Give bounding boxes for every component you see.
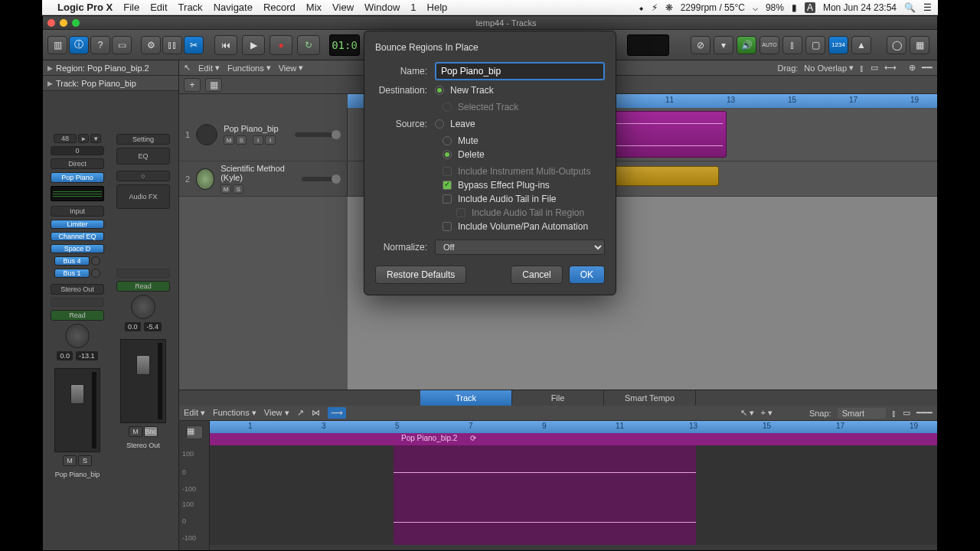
zoom-slider[interactable]: ━━━	[916, 408, 933, 418]
snap-mode[interactable]: Smart	[838, 408, 886, 419]
editor-region-bar[interactable]: Pop Piano_bip.2 ⟳	[210, 433, 937, 445]
menu-mix[interactable]: Mix	[306, 2, 322, 13]
check-volume-pan[interactable]	[443, 222, 452, 231]
ed-edit-menu[interactable]: Edit ▾	[184, 408, 205, 418]
group-slot-2[interactable]	[116, 269, 170, 278]
view-menu[interactable]: View ▾	[279, 63, 304, 73]
editor-waveform[interactable]: 100 0 -100 100 0 -100	[210, 445, 937, 545]
send-1[interactable]: Bus 4	[54, 256, 90, 266]
toolbar-button[interactable]: ▭	[112, 36, 132, 54]
solo-button[interactable]: S	[78, 455, 92, 466]
ed-view-menu[interactable]: View ▾	[264, 408, 289, 418]
catch-icon[interactable]: ⟿	[328, 407, 346, 419]
smart-controls-button[interactable]: ⚙	[141, 36, 161, 54]
menu-record[interactable]: Record	[263, 2, 296, 13]
mute-button-2[interactable]: M	[129, 426, 142, 437]
eq-slot[interactable]: EQ	[116, 148, 170, 165]
pan-knob[interactable]	[65, 324, 90, 348]
output-slot[interactable]: Stereo Out	[51, 284, 104, 295]
lowlatency-button[interactable]: ▾	[714, 36, 733, 54]
send-knob-1[interactable]	[91, 256, 100, 266]
input-slot[interactable]: Input	[51, 206, 104, 217]
wifi-icon[interactable]: ⌵	[753, 2, 758, 13]
groups-button[interactable]: ▢	[805, 36, 825, 54]
list-button[interactable]: ◯	[887, 36, 906, 54]
check-tail-file[interactable]	[443, 194, 452, 204]
tab-file[interactable]: File	[512, 390, 604, 406]
library-button[interactable]: ▥	[47, 36, 67, 54]
menu-view[interactable]: View	[332, 2, 354, 13]
radio-new-track[interactable]	[435, 86, 444, 95]
inspector-button[interactable]: ⓘ	[69, 36, 89, 54]
tool-icon[interactable]: ▭	[903, 408, 910, 418]
drag-mode[interactable]: No Overlap ▾	[804, 63, 854, 73]
ed-functions-menu[interactable]: Functions ▾	[213, 408, 256, 418]
zoom-icon[interactable]: ⊕	[909, 63, 916, 73]
insert-2[interactable]: Channel EQ	[51, 232, 104, 241]
menu-navigate[interactable]: Navigate	[214, 2, 253, 13]
ok-button[interactable]: OK	[569, 266, 605, 284]
help-button[interactable]: ?	[90, 36, 110, 54]
track-header-2[interactable]: 2 Scientific Method (Kyle) MS	[179, 161, 348, 196]
restore-defaults-button[interactable]: Restore Defaults	[375, 266, 466, 284]
letter-a-icon[interactable]: A	[805, 2, 815, 13]
name-input[interactable]	[435, 62, 605, 80]
send-knob-2[interactable]	[91, 269, 100, 278]
direct-label[interactable]: Direct	[51, 158, 104, 169]
send-2[interactable]: Bus 1	[54, 269, 90, 278]
lcd-display[interactable]: 01:0	[329, 34, 360, 56]
zoom-slider[interactable]: ━━	[922, 63, 933, 73]
cycle-button[interactable]: ↻	[297, 35, 320, 55]
duplicate-track-button[interactable]: ▦	[205, 78, 222, 92]
tab-smart-tempo[interactable]: Smart Tempo	[604, 390, 696, 406]
metronome-button[interactable]: ▲	[851, 36, 871, 54]
insert-1[interactable]: Limiter	[51, 220, 104, 229]
tab-track[interactable]: Track	[420, 390, 512, 406]
menu-icon[interactable]: ☰	[923, 2, 932, 13]
radio-leave[interactable]	[435, 119, 444, 129]
menu-edit[interactable]: Edit	[150, 2, 167, 13]
menu-track[interactable]: Track	[178, 2, 203, 13]
browser-button[interactable]: ▦	[910, 36, 929, 54]
audio-region-purple[interactable]	[608, 111, 727, 158]
tool-icon[interactable]: ⫿	[860, 64, 864, 73]
pan-knob-2[interactable]	[131, 295, 155, 319]
mixer-button[interactable]: ⫿⫿	[162, 36, 182, 54]
setting-slot[interactable]: Setting	[116, 134, 170, 145]
cancel-button[interactable]: Cancel	[511, 266, 562, 284]
audio-region-yellow[interactable]	[608, 166, 719, 186]
bounce-button[interactable]: Bnc	[144, 426, 158, 437]
pointer-tool[interactable]: ↖ ▾	[740, 408, 754, 418]
count-in-button[interactable]: 1234	[828, 36, 848, 54]
menu-window[interactable]: Window	[364, 2, 400, 13]
tool-icon[interactable]: ⫿	[892, 409, 897, 418]
insert-3[interactable]: Space D	[51, 244, 104, 253]
app-name[interactable]: Logic Pro X	[57, 2, 113, 13]
rewind-button[interactable]: ⏮	[214, 35, 237, 55]
flex-icon[interactable]: ⋈	[312, 408, 320, 418]
track-header-1[interactable]: 1 Pop Piano_bip MSII	[179, 108, 348, 161]
tool-icon[interactable]: ⟷	[884, 63, 897, 73]
auto-button[interactable]: AUTO	[760, 36, 779, 54]
pointer-tool-icon[interactable]: ↖	[184, 63, 191, 73]
track-icon[interactable]	[196, 124, 217, 145]
midi-channel[interactable]: 48	[54, 134, 77, 143]
functions-menu[interactable]: Functions ▾	[227, 63, 271, 73]
replace-button[interactable]: ⊘	[691, 36, 710, 54]
automation-mode[interactable]: Read	[51, 310, 104, 321]
instrument-slot[interactable]: Pop Piano	[51, 172, 104, 183]
menu-file[interactable]: File	[123, 2, 139, 13]
inspector-track-header[interactable]: ▶Track: Pop Piano_bip	[43, 76, 178, 91]
spotlight-icon[interactable]: 🔍	[904, 2, 916, 13]
check-bypass-fx[interactable]	[443, 181, 452, 190]
tuner-button[interactable]: 🔊	[737, 36, 756, 54]
track-volume[interactable]	[302, 177, 341, 181]
zoom-icon[interactable]	[72, 19, 80, 27]
audiofx-slot[interactable]: Audio FX	[116, 184, 170, 209]
direct-slot[interactable]: 0	[51, 146, 104, 155]
group-slot[interactable]	[51, 298, 104, 307]
flex-button[interactable]: ⫿	[782, 36, 802, 54]
tool-icon[interactable]: ↗	[297, 408, 304, 418]
play-button[interactable]: ▶	[242, 35, 265, 55]
normalize-select[interactable]: Off	[435, 240, 605, 255]
